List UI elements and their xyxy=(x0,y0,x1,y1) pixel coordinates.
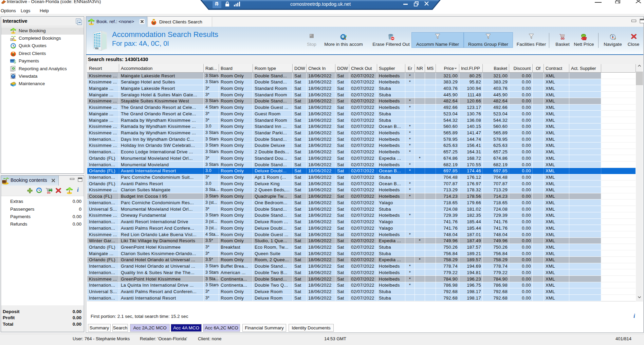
svg-text:$: $ xyxy=(14,60,16,64)
